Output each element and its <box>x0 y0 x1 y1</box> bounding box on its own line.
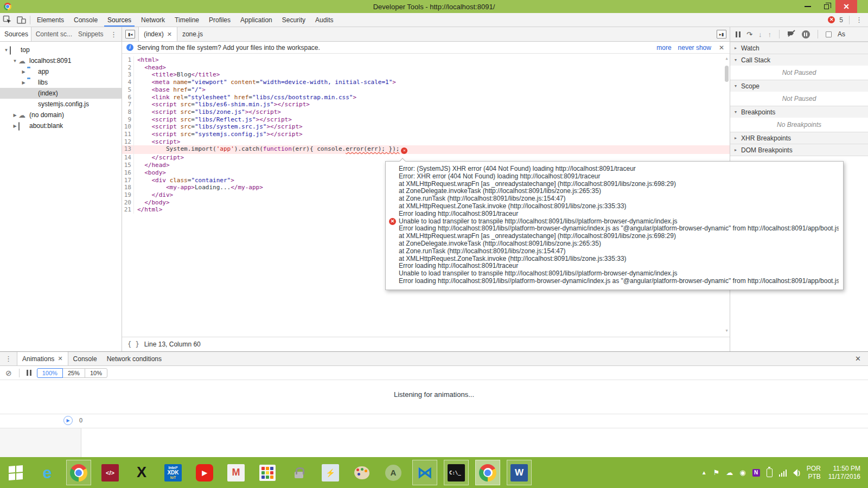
line-number[interactable]: 11 <box>122 131 134 138</box>
navigator-tab-snippets[interactable]: Snippets <box>74 27 106 41</box>
visual-studio-icon[interactable]: ⋈ <box>409 457 441 488</box>
line-number[interactable]: 19 <box>122 191 134 199</box>
drawer-tab-console[interactable]: Console <box>68 352 102 365</box>
section-breakpoints[interactable]: ▾Breakpoints <box>730 106 868 118</box>
line-number[interactable]: 7 <box>122 101 134 108</box>
tab-sources[interactable]: Sources <box>104 13 135 27</box>
step-over-icon[interactable]: ↷ <box>746 30 752 38</box>
code-line-error[interactable]: 13 System.import('app').catch(function(e… <box>122 145 730 154</box>
line-number[interactable]: 14 <box>122 154 134 162</box>
device-toolbar-icon[interactable] <box>14 13 28 27</box>
action-center-icon[interactable]: ⚑ <box>713 469 720 476</box>
word-icon[interactable]: W <box>503 457 535 488</box>
putty-icon[interactable]: ⚡ <box>315 457 346 488</box>
gmail-icon[interactable]: M <box>220 457 252 488</box>
expander-icon[interactable]: ▼ <box>12 59 18 63</box>
tab-application[interactable]: Application <box>237 13 276 27</box>
inspect-element-icon[interactable] <box>0 13 14 27</box>
speed-button-100[interactable]: 100% <box>37 368 63 378</box>
tree-item-app[interactable]: ▶app <box>0 66 122 77</box>
code-line[interactable]: 7 <script src="libs/es6-shim.min.js"></s… <box>122 101 730 108</box>
error-badge-icon[interactable]: ✕ <box>828 16 835 23</box>
expander-icon[interactable]: ▶ <box>21 80 27 85</box>
network-signal-icon[interactable] <box>779 469 787 477</box>
expander-icon[interactable]: ▶ <box>21 69 27 74</box>
file-tab-index[interactable]: (index)✕ <box>138 27 177 41</box>
deactivate-breakpoints-icon[interactable] <box>787 30 796 38</box>
tab-console[interactable]: Console <box>71 13 101 27</box>
line-number[interactable]: 15 <box>122 162 134 169</box>
tab-profiles[interactable]: Profiles <box>206 13 234 27</box>
section-scope[interactable]: ▾Scope <box>730 80 868 92</box>
replay-icon[interactable]: ▶ <box>63 416 73 425</box>
line-number[interactable]: 16 <box>122 169 134 177</box>
pretty-print-icon[interactable]: { } <box>127 341 139 348</box>
code-line[interactable]: 12 <script> <box>122 138 730 146</box>
file-tab-zone-js[interactable]: zone.js <box>177 27 208 41</box>
x-window-icon[interactable]: X <box>126 457 157 488</box>
clear-animations-icon[interactable]: ⊘ <box>5 369 12 377</box>
code-line[interactable]: 11 <script src="systemjs.config.js"></sc… <box>122 131 730 138</box>
section-dom-breakpoints[interactable]: ▸DOM Breakpoints <box>730 144 868 156</box>
infobar-more-link[interactable]: more <box>656 44 671 52</box>
line-number[interactable]: 20 <box>122 199 134 207</box>
app-grid-icon[interactable] <box>252 457 283 488</box>
scroll-up-icon[interactable]: ▲ <box>725 54 727 65</box>
speed-button-25[interactable]: 25% <box>62 368 85 378</box>
winscp-icon[interactable] <box>283 457 315 488</box>
android-studio-icon[interactable]: A <box>378 457 409 488</box>
youtube-icon[interactable]: ▶ <box>189 457 220 488</box>
infobar-never-show-link[interactable]: never show <box>678 44 711 52</box>
code-line[interactable]: 6 <link rel="stylesheet" href="libs/css/… <box>122 94 730 101</box>
drawer-menu-icon[interactable]: ⋮ <box>0 355 17 363</box>
line-number[interactable]: 5 <box>122 86 134 94</box>
expander-icon[interactable]: ▶ <box>12 113 18 118</box>
tree-item-top[interactable]: ▼top <box>0 44 122 55</box>
code-editor-icon[interactable]: </> <box>94 457 126 488</box>
minimize-button[interactable] <box>799 0 817 13</box>
internet-explorer-icon[interactable]: e <box>31 457 63 488</box>
line-error-icon[interactable]: ✕ <box>401 147 407 154</box>
line-number[interactable]: 9 <box>122 116 134 124</box>
tree-item-libs[interactable]: ▶libs <box>0 77 122 88</box>
line-number[interactable]: 4 <box>122 79 134 86</box>
tree-item-index[interactable]: (index) <box>0 88 122 99</box>
hide-sidebar-icon[interactable]: ▸▮ <box>717 30 726 38</box>
step-into-icon[interactable]: ↓ <box>758 30 762 38</box>
line-number[interactable]: 21 <box>122 206 134 214</box>
scroll-down-icon[interactable]: ▼ <box>725 326 727 337</box>
section-call-stack[interactable]: ▾Call Stack <box>730 54 868 66</box>
onedrive-icon[interactable]: ☁ <box>726 469 733 476</box>
code-line[interactable]: 10 <script src="libs/system.src.js"></sc… <box>122 123 730 131</box>
line-number[interactable]: 1 <box>122 56 134 64</box>
close-tab-icon[interactable]: ✕ <box>167 31 172 38</box>
section-watch[interactable]: ▸Watch <box>730 42 868 54</box>
line-number[interactable]: 18 <box>122 184 134 191</box>
line-number[interactable]: 10 <box>122 123 134 131</box>
close-tab-icon[interactable]: ✕ <box>58 355 62 362</box>
security-badge-icon[interactable]: ◉ <box>739 469 745 476</box>
code-line[interactable]: 9 <script src="libs/Reflect.js"></script… <box>122 116 730 124</box>
navigator-tab-content-sc[interactable]: Content sc... <box>31 27 74 41</box>
restore-button[interactable] <box>817 0 835 13</box>
onenote-clipper-icon[interactable]: N <box>752 469 760 477</box>
infobar-close-icon[interactable]: ✕ <box>718 44 725 52</box>
tab-security[interactable]: Security <box>279 13 309 27</box>
drawer-close-icon[interactable]: ✕ <box>848 355 868 363</box>
hide-navigator-icon[interactable]: ▮◂ <box>125 30 135 38</box>
expander-icon[interactable]: ▶ <box>12 124 18 129</box>
line-number[interactable]: 13 <box>122 145 134 154</box>
close-button[interactable]: ✕ <box>835 0 857 13</box>
start-button[interactable] <box>0 457 31 488</box>
line-number[interactable]: 3 <box>122 71 134 79</box>
intel-xdk-icon[interactable]: Intel*XDKIoT <box>157 457 189 488</box>
code-line[interactable]: 1<html> <box>122 56 730 64</box>
tree-item-about-blank[interactable]: ▶about:blank <box>0 120 122 131</box>
tab-timeline[interactable]: Timeline <box>171 13 202 27</box>
pause-script-icon[interactable] <box>736 31 741 37</box>
line-number[interactable]: 2 <box>122 64 134 72</box>
tree-item-localhost-8091[interactable]: ▼☁localhost:8091 <box>0 55 122 66</box>
clock[interactable]: POR 11:50 PM PTB 11/17/2016 <box>807 465 860 480</box>
code-line[interactable]: 5 <base href="/"> <box>122 86 730 94</box>
tree-item-no-domain[interactable]: ▶☁(no domain) <box>0 110 122 120</box>
